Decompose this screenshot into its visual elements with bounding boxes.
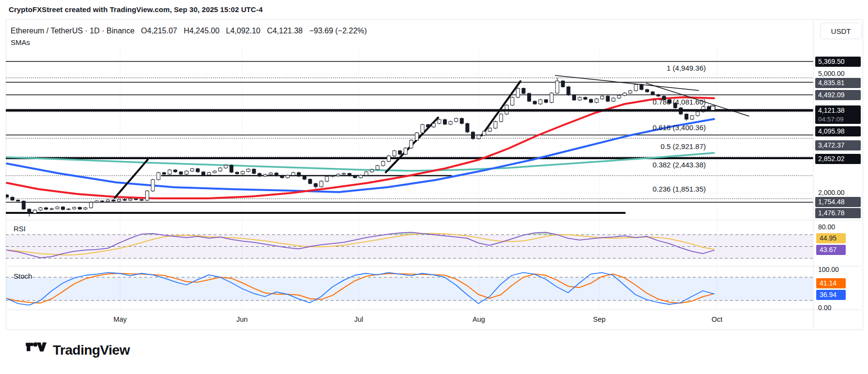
fib-level-label: 0.618 (3,400.36) [561, 123, 706, 132]
rsi-value-badge: 43.67 [816, 245, 846, 255]
ohlc-change: −93.69 (−2.22%) [309, 27, 367, 35]
time-axis-month[interactable]: Jul [344, 315, 373, 323]
tradingview-logo[interactable]: TradingView [25, 342, 130, 359]
price-line-badge: 5,369.50 [815, 57, 861, 67]
time-axis-month[interactable]: Jun [228, 315, 257, 323]
time-axis-month[interactable]: Aug [464, 315, 493, 323]
fib-level-label: 1 (4,949.36) [561, 64, 706, 72]
stoch-value-badge: 41.14 [816, 278, 846, 288]
price-line-badge: 1,754.48 [815, 197, 861, 207]
symbol-title[interactable]: Ethereum / TetherUS · 1D · Binance [11, 27, 135, 35]
chart-legend[interactable]: Ethereum / TetherUS · 1D · Binance O4,21… [11, 27, 371, 35]
price-line-badge: 3,472.37 [815, 140, 861, 150]
bar-countdown-timer: 04:57:09 [818, 116, 861, 124]
stoch-scale-tick[interactable]: 100.00 [818, 266, 839, 273]
price-line-badge: 1,476.78 [815, 208, 861, 218]
current-price-badge: 4,121.38 04:57:09 [815, 105, 861, 124]
ohlc-open: O4,215.07 [141, 27, 177, 35]
tradingview-logo-text: TradingView [53, 343, 130, 358]
price-line-badge: 4,835.81 [815, 78, 861, 88]
stoch-pane-label[interactable]: Stoch [14, 272, 32, 280]
rsi-pane-label[interactable]: RSI [14, 224, 26, 233]
fib-level-label: 0.236 (1,851.35) [561, 185, 706, 193]
fib-level-label: 0.382 (2,443.38) [561, 161, 706, 169]
time-axis-month[interactable]: Oct [702, 315, 731, 323]
time-axis-month[interactable]: May [106, 315, 135, 323]
stoch-scale-tick[interactable]: 0.00 [818, 304, 831, 312]
price-line-badge: 4,492.09 [815, 90, 861, 100]
current-price-value: 4,121.38 [818, 105, 861, 116]
price-line-badge: 2,852.02 [815, 154, 861, 164]
rsi-value-badge: 44.95 [816, 233, 846, 243]
tradingview-logo-icon [25, 342, 47, 359]
currency-toggle-button[interactable]: USDT [820, 23, 862, 39]
time-axis-month[interactable]: Sep [585, 315, 614, 323]
fib-level-label: 0.786 (4,081.60) [561, 98, 706, 106]
fib-level-label: 0.5 (2,921.87) [561, 142, 706, 150]
ohlc-close: C4,121.38 [267, 27, 303, 35]
price-line-badge: 4,095.98 [815, 126, 861, 136]
rsi-scale-tick[interactable]: 80.00 [818, 223, 835, 231]
price-scale-tick[interactable]: 5,000.00 [818, 70, 845, 77]
ohlc-low: L4,092.10 [226, 27, 260, 35]
ohlc-high: H4,245.00 [183, 27, 219, 35]
stoch-value-badge: 36.94 [816, 290, 846, 300]
smas-indicator-label[interactable]: SMAs [11, 38, 30, 46]
price-scale-tick[interactable]: 2,000.00 [818, 189, 845, 196]
